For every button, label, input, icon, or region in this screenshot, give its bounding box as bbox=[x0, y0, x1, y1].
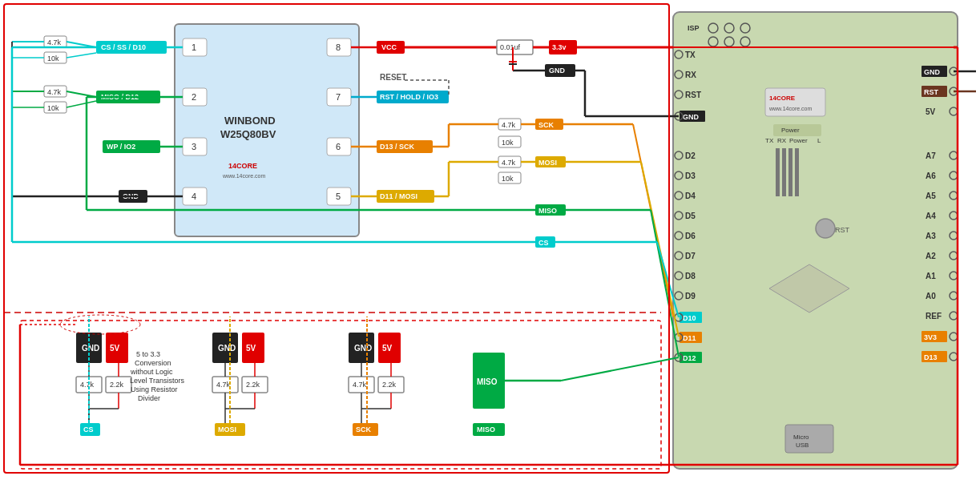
svg-text:D7: D7 bbox=[685, 252, 696, 260]
svg-rect-8 bbox=[765, 88, 825, 116]
svg-text:3: 3 bbox=[192, 142, 196, 151]
svg-text:RX: RX bbox=[777, 137, 787, 144]
svg-text:5V: 5V bbox=[246, 344, 256, 353]
svg-text:D5: D5 bbox=[685, 212, 696, 220]
svg-text:D11 / MOSI: D11 / MOSI bbox=[380, 192, 417, 200]
svg-text:Level Transistors: Level Transistors bbox=[130, 377, 185, 385]
svg-text:GND: GND bbox=[354, 344, 372, 353]
svg-text:www.14core.com: www.14core.com bbox=[222, 173, 265, 179]
svg-text:0.01uf: 0.01uf bbox=[500, 43, 521, 51]
svg-text:14CORE: 14CORE bbox=[228, 162, 257, 170]
svg-text:A5: A5 bbox=[926, 192, 936, 200]
svg-text:2.2k: 2.2k bbox=[246, 381, 260, 389]
svg-point-289 bbox=[60, 315, 140, 334]
svg-text:A6: A6 bbox=[926, 171, 936, 180]
svg-text:5 to 3.3: 5 to 3.3 bbox=[136, 350, 160, 358]
svg-text:SCK: SCK bbox=[356, 426, 372, 434]
svg-text:REF: REF bbox=[926, 312, 942, 321]
svg-text:5: 5 bbox=[336, 192, 341, 201]
svg-text:without Logic: without Logic bbox=[130, 368, 173, 376]
svg-text:10k: 10k bbox=[47, 104, 59, 112]
svg-point-21 bbox=[816, 219, 835, 238]
svg-rect-0 bbox=[673, 12, 958, 469]
svg-text:GND: GND bbox=[924, 68, 941, 76]
svg-text:2: 2 bbox=[192, 92, 196, 102]
svg-text:14CORE: 14CORE bbox=[769, 95, 796, 102]
svg-text:MISO: MISO bbox=[477, 377, 498, 386]
svg-text:10k: 10k bbox=[502, 139, 514, 147]
svg-rect-18 bbox=[782, 148, 786, 196]
svg-text:A3: A3 bbox=[926, 232, 936, 240]
svg-text:W25Q80BV: W25Q80BV bbox=[220, 128, 276, 140]
svg-text:D13: D13 bbox=[924, 353, 938, 361]
svg-text:4.7k: 4.7k bbox=[502, 159, 516, 167]
svg-text:4.7k: 4.7k bbox=[47, 38, 62, 46]
svg-text:3V3: 3V3 bbox=[924, 333, 937, 341]
svg-text:10k: 10k bbox=[47, 54, 59, 63]
svg-text:2.2k: 2.2k bbox=[110, 381, 124, 389]
svg-text:D8: D8 bbox=[685, 272, 696, 280]
svg-text:GND: GND bbox=[82, 344, 99, 353]
svg-text:TX: TX bbox=[685, 50, 696, 59]
svg-line-133 bbox=[67, 53, 96, 58]
svg-text:5V: 5V bbox=[110, 344, 120, 353]
svg-text:Micro: Micro bbox=[793, 434, 809, 441]
svg-text:D9: D9 bbox=[685, 292, 696, 301]
svg-text:MISO: MISO bbox=[538, 207, 557, 215]
svg-text:A2: A2 bbox=[926, 252, 936, 260]
svg-text:WINBOND: WINBOND bbox=[224, 115, 276, 127]
svg-text:Using Resistor: Using Resistor bbox=[131, 385, 178, 393]
svg-text:A7: A7 bbox=[926, 151, 936, 160]
circuit-diagram: ISP 14CORE www.14core.com Power TX RX Po… bbox=[0, 0, 980, 480]
svg-text:MISO: MISO bbox=[477, 426, 495, 434]
svg-text:4: 4 bbox=[192, 192, 196, 201]
svg-text:Divider: Divider bbox=[138, 394, 160, 402]
svg-text:2.2k: 2.2k bbox=[382, 381, 397, 389]
svg-text:www.14core.com: www.14core.com bbox=[768, 106, 812, 111]
svg-text:7: 7 bbox=[336, 92, 341, 102]
svg-text:RST / HOLD / IO3: RST / HOLD / IO3 bbox=[380, 93, 438, 101]
svg-text:3.3v: 3.3v bbox=[552, 43, 567, 51]
svg-text:ISP: ISP bbox=[688, 24, 700, 32]
svg-text:4.7k: 4.7k bbox=[216, 381, 231, 389]
svg-text:WP / IO2: WP / IO2 bbox=[107, 143, 135, 151]
svg-text:L: L bbox=[817, 137, 821, 144]
main-svg: ISP 14CORE www.14core.com Power TX RX Po… bbox=[0, 0, 980, 480]
svg-text:D13 / SCK: D13 / SCK bbox=[380, 143, 415, 151]
svg-text:D4: D4 bbox=[685, 192, 696, 200]
svg-text:Conversion: Conversion bbox=[135, 359, 171, 367]
svg-text:CS / SS / D10: CS / SS / D10 bbox=[101, 43, 146, 51]
svg-text:D12: D12 bbox=[683, 354, 696, 362]
svg-rect-24 bbox=[785, 425, 833, 453]
svg-text:10k: 10k bbox=[502, 175, 514, 183]
svg-rect-20 bbox=[795, 148, 799, 196]
svg-text:A1: A1 bbox=[926, 272, 936, 280]
svg-text:A0: A0 bbox=[926, 292, 936, 301]
svg-text:Power: Power bbox=[789, 137, 808, 144]
svg-text:4.7k: 4.7k bbox=[502, 121, 516, 129]
svg-text:GND: GND bbox=[549, 67, 566, 75]
svg-text:TX: TX bbox=[765, 137, 774, 144]
svg-text:RESET: RESET bbox=[380, 73, 406, 82]
svg-text:A4: A4 bbox=[926, 212, 936, 220]
svg-text:SCK: SCK bbox=[538, 121, 555, 129]
svg-rect-19 bbox=[788, 148, 792, 196]
svg-text:1: 1 bbox=[192, 42, 196, 52]
svg-text:5V: 5V bbox=[926, 107, 936, 116]
svg-text:Power: Power bbox=[781, 127, 800, 134]
svg-text:RST: RST bbox=[924, 88, 939, 96]
svg-text:MOSI: MOSI bbox=[218, 426, 236, 434]
svg-rect-17 bbox=[776, 148, 780, 196]
svg-text:D3: D3 bbox=[685, 171, 696, 180]
svg-text:CS: CS bbox=[538, 239, 549, 247]
svg-text:D6: D6 bbox=[685, 232, 696, 240]
svg-text:GND: GND bbox=[683, 113, 700, 121]
svg-text:D2: D2 bbox=[685, 151, 696, 160]
svg-line-141 bbox=[67, 101, 96, 107]
svg-text:VCC: VCC bbox=[381, 43, 397, 51]
svg-text:USB: USB bbox=[796, 442, 809, 449]
svg-text:GND: GND bbox=[218, 344, 236, 353]
svg-text:5V: 5V bbox=[382, 344, 393, 353]
svg-text:6: 6 bbox=[336, 142, 341, 151]
svg-text:4.7k: 4.7k bbox=[47, 88, 62, 96]
